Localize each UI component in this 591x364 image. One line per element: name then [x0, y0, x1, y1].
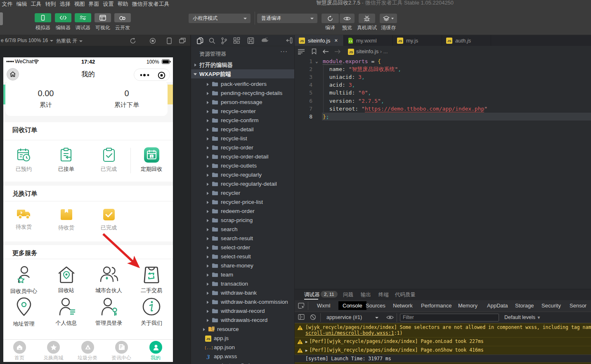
panel-tab-输出[interactable]: 输出: [361, 291, 371, 298]
entry-个人信息[interactable]: 个人信息: [45, 297, 87, 327]
devtools-tab-Memory[interactable]: Memory: [458, 303, 478, 309]
entry-回收员中心[interactable]: 回收员中心: [3, 265, 45, 295]
entry-待发货[interactable]: 待发货: [3, 208, 45, 231]
tree-file-app.json[interactable]: {..}app.json: [191, 343, 294, 352]
tree-folder-search-result[interactable]: search-result: [191, 234, 294, 243]
live-expression-eye-icon[interactable]: [386, 315, 394, 320]
tree-open-editors[interactable]: 打开的编辑器: [191, 60, 294, 69]
tree-folder-transaction[interactable]: transaction: [191, 279, 294, 288]
devtools-tab-Console[interactable]: Console: [338, 301, 366, 310]
home-button[interactable]: [7, 68, 19, 80]
toolbar-cloud-button[interactable]: [114, 13, 131, 22]
tree-folder-recycle-confirm[interactable]: recycle-confirm: [191, 116, 294, 125]
tree-folder-recycle-order-detail[interactable]: recycle-order-detail: [191, 152, 294, 161]
log-levels-select[interactable]: Default levels ▼: [504, 314, 541, 320]
tree-folder-resource[interactable]: resource: [191, 325, 294, 334]
tab-垃圾分类[interactable]: 垃圾分类: [71, 341, 104, 362]
console-message[interactable]: 自动热重载: 已开启代码文件保存后自动热重载（不支持 app.json）: [295, 362, 591, 364]
tree-folder-recycler-price-list[interactable]: recycler-price-list: [191, 198, 294, 207]
console-message[interactable]: ▶[Perf][wjyk_recycle/pages/index/index] …: [295, 337, 591, 346]
tree-folder-team[interactable]: team: [191, 270, 294, 279]
entry-回收站[interactable]: 回收站: [45, 265, 87, 294]
tab-资讯中心[interactable]: 资讯中心: [104, 341, 138, 362]
tree-folder-withdraw-bank[interactable]: withdraw-bank: [191, 288, 294, 298]
tree-folder-recycle-detail[interactable]: recycle-detail: [191, 125, 294, 134]
tree-folder-redeem-order[interactable]: redeem-order: [191, 207, 294, 216]
activity-git-icon[interactable]: [221, 37, 227, 45]
console-filter-input[interactable]: Filter: [400, 314, 499, 321]
capsule-menu[interactable]: [134, 69, 170, 81]
devtools-tab-AppData[interactable]: AppData: [487, 303, 508, 309]
code-line-6[interactable]: 6 version: "2.7.5",: [295, 97, 591, 105]
toolbar-sim-phone-button[interactable]: [35, 13, 51, 22]
tree-folder-recycle-outlets[interactable]: recycle-outlets: [191, 161, 294, 170]
tree-file-app.js[interactable]: JSapp.js: [191, 334, 294, 343]
console-message[interactable]: [system] Launch Time: 31977 ms: [295, 355, 591, 362]
devtools-tab-Sources[interactable]: Sources: [366, 303, 385, 309]
entry-已预约[interactable]: 已预约: [3, 148, 45, 173]
action-eye-button[interactable]: [340, 14, 355, 23]
code-line-2[interactable]: 2 name: "智慧废品回收系统",: [295, 65, 591, 73]
mode-select[interactable]: 小程序模式: [189, 14, 251, 23]
code-line-5[interactable]: 5 multiid: "0",: [295, 89, 591, 97]
tree-folder-recycle-regularly-detail[interactable]: recycle-regularly-detail: [191, 180, 294, 189]
fold-icon[interactable]: ⌄: [315, 57, 318, 65]
activity-collapse-icon[interactable]: [286, 37, 293, 44]
close-icon[interactable]: ×: [334, 37, 338, 44]
code-line-8[interactable]: 8};: [295, 113, 591, 121]
nav-forward-icon[interactable]: [334, 49, 341, 54]
panel-tab-问题[interactable]: 问题: [343, 291, 353, 298]
action-layers-button[interactable]: [380, 14, 397, 23]
nav-back-icon[interactable]: [322, 49, 329, 54]
record-icon[interactable]: [149, 38, 156, 44]
rotate-icon[interactable]: [130, 38, 136, 44]
outline-icon[interactable]: [298, 49, 305, 54]
action-refresh-button[interactable]: [322, 14, 339, 23]
inspect-element-icon[interactable]: [298, 303, 305, 309]
devtools-tab-Storage[interactable]: Storage: [515, 303, 534, 309]
entry-地址管理[interactable]: 地址管理: [3, 297, 45, 328]
panel-tab-代码质量[interactable]: 代码质量: [395, 291, 416, 298]
tree-folder-select-result[interactable]: select-result: [191, 252, 294, 261]
tab-首页[interactable]: 首页: [3, 341, 36, 362]
tree-folder-select-order[interactable]: select-order: [191, 243, 294, 252]
context-selector[interactable]: appservice (#1): [326, 314, 378, 320]
code-line-7[interactable]: 7 siteroot: "https://demo.ttbobo.com/app…: [295, 105, 591, 113]
tab-兑换商城[interactable]: 兑换商城: [36, 341, 70, 362]
tree-folder-pack-verific-orders[interactable]: pack-verific-orders: [191, 80, 294, 89]
tree-file-app.wxss[interactable]: 3app.wxss: [191, 352, 294, 361]
devtools-tab-Security[interactable]: Security: [541, 303, 561, 309]
toolbar-tune-button[interactable]: [75, 13, 91, 22]
editor-tab-my.wxml[interactable]: my.wxml: [344, 35, 393, 46]
entry-管理员登录[interactable]: 管理员登录: [87, 297, 130, 327]
activity-search-icon[interactable]: [208, 37, 215, 44]
user-avatar[interactable]: [0, 12, 3, 25]
tree-folder-search[interactable]: search: [191, 225, 294, 234]
phone-icon[interactable]: [167, 38, 172, 44]
tree-folder-recycle-list[interactable]: recycle-list: [191, 134, 294, 143]
editor-tab-siteinfo.js[interactable]: JSsiteinfo.js×: [295, 35, 344, 46]
console-message[interactable]: [wjyk_recycle/pages/index/index] Some se…: [295, 323, 591, 337]
console-sidebar-icon[interactable]: [298, 314, 305, 320]
device-selector[interactable]: e 6/7/8 Plus 100% 16: [1, 38, 53, 43]
source-link[interactable]: scroll-uni/mescroll-body.wxss:1: [305, 330, 394, 336]
editor-tab-auth.js[interactable]: JSauth.js: [442, 35, 491, 46]
hot-reload-toggle[interactable]: 热重载 开: [56, 38, 83, 45]
tree-folder-withdrawals-record[interactable]: withdrawals-record: [191, 316, 294, 325]
breadcrumb-file[interactable]: siteinfo.js › ...: [356, 48, 388, 54]
action-bug-button[interactable]: [359, 14, 375, 23]
activity-grid-icon[interactable]: [233, 37, 240, 44]
panel-tab-调试器[interactable]: 调试器: [304, 291, 320, 298]
expand-icon[interactable]: ▶: [305, 339, 307, 345]
entry-定期回收[interactable]: 1定期回收: [130, 147, 173, 173]
code-line-3[interactable]: 3 uniacid: 3,: [295, 73, 591, 81]
entry-城市合伙人[interactable]: 城市合伙人: [87, 265, 130, 294]
panel-tab-终端[interactable]: 终端: [378, 291, 389, 298]
tree-folder-withdrawal-record[interactable]: withdrawal-record: [191, 307, 294, 316]
clear-console-icon[interactable]: [310, 314, 316, 320]
console-message[interactable]: ▶[Perf][wjyk_recycle/pages/index/index] …: [295, 346, 591, 355]
entry-已完成[interactable]: 已完成: [87, 148, 130, 173]
tree-folder-recycle-order[interactable]: recycle-order: [191, 143, 294, 152]
code-line-1[interactable]: 1⌄module.exports = {: [295, 57, 591, 65]
toolbar-layout-button[interactable]: [95, 13, 111, 22]
